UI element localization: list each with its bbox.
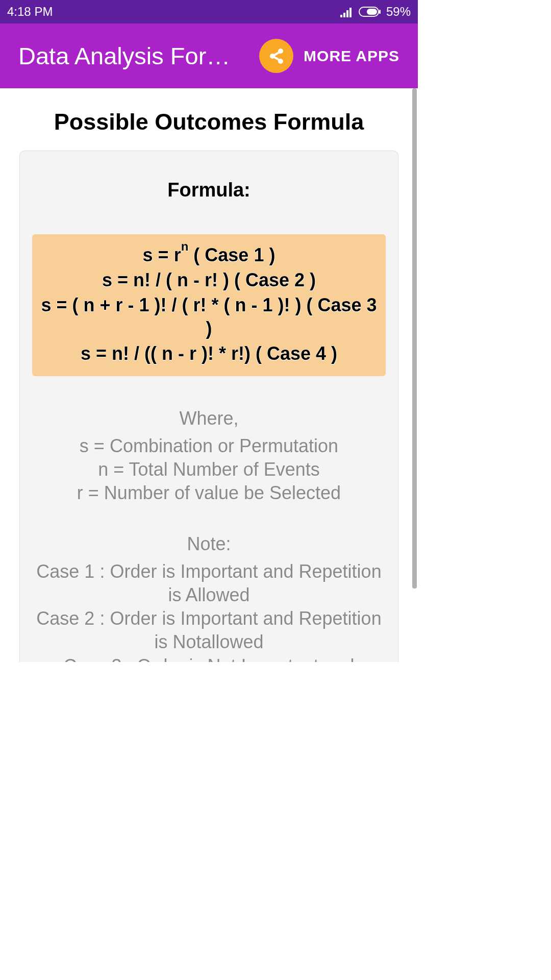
signal-icon bbox=[340, 6, 354, 17]
svg-rect-2 bbox=[346, 10, 348, 17]
more-apps-button[interactable]: MORE APPS bbox=[304, 47, 399, 65]
formula-label: Formula: bbox=[32, 179, 386, 201]
battery-percentage: 59% bbox=[386, 5, 411, 19]
formula-case-3: s = ( n + r - 1 )! / ( r! * ( n - 1 )! )… bbox=[37, 293, 381, 341]
formula-case-2: s = n! / ( n - r! ) ( Case 2 ) bbox=[37, 268, 381, 292]
formula-box: s = rn ( Case 1 ) s = n! / ( n - r! ) ( … bbox=[32, 234, 386, 376]
where-r: r = Number of value be Selected bbox=[32, 481, 386, 505]
note-label: Note: bbox=[32, 533, 386, 555]
note-case-1: Case 1 : Order is Important and Repetiti… bbox=[32, 560, 386, 607]
share-icon bbox=[267, 47, 286, 65]
app-title: Data Analysis Form… bbox=[18, 42, 249, 70]
status-right: 59% bbox=[340, 5, 411, 19]
battery-icon bbox=[359, 6, 381, 17]
where-label: Where, bbox=[32, 408, 386, 429]
share-button[interactable] bbox=[259, 39, 293, 73]
svg-line-11 bbox=[273, 57, 280, 60]
status-time: 4:18 PM bbox=[7, 5, 53, 19]
note-section: Note: Case 1 : Order is Important and Re… bbox=[32, 533, 386, 662]
svg-rect-3 bbox=[349, 8, 352, 17]
content-area[interactable]: Possible Outcomes Formula Formula: s = r… bbox=[0, 88, 418, 662]
where-s: s = Combination or Permutation bbox=[32, 434, 386, 458]
where-n: n = Total Number of Events bbox=[32, 458, 386, 481]
formula-case-1: s = rn ( Case 1 ) bbox=[37, 242, 381, 267]
page-title: Possible Outcomes Formula bbox=[0, 88, 418, 151]
status-bar: 4:18 PM 59% bbox=[0, 0, 418, 23]
app-bar: Data Analysis Form… MORE APPS bbox=[0, 23, 418, 88]
bottom-space bbox=[0, 662, 418, 743]
svg-rect-6 bbox=[379, 10, 381, 14]
formula-case-4: s = n! / (( n - r )! * r!) ( Case 4 ) bbox=[37, 342, 381, 366]
note-case-2: Case 2 : Order is Important and Repetiti… bbox=[32, 607, 386, 654]
where-section: Where, s = Combination or Permutation n … bbox=[32, 408, 386, 505]
svg-rect-5 bbox=[367, 9, 377, 15]
svg-rect-0 bbox=[340, 15, 342, 17]
formula-card: Formula: s = rn ( Case 1 ) s = n! / ( n … bbox=[19, 151, 398, 662]
svg-rect-1 bbox=[343, 13, 345, 17]
note-case-3: Case 3 : Order is Not Important and Repe… bbox=[32, 654, 386, 662]
scroll-indicator bbox=[412, 88, 417, 589]
svg-line-10 bbox=[273, 52, 280, 56]
